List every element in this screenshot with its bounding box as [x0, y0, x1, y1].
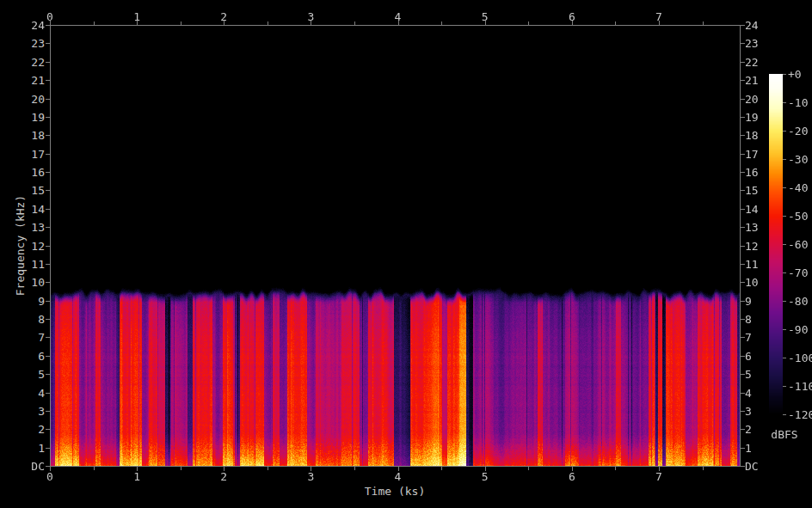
x-tick-label-bottom: 1: [120, 471, 154, 482]
x-minor-tick-top: [181, 21, 181, 25]
x-tick-label-top: 5: [468, 11, 502, 22]
colorbar-tick-label: -10: [788, 97, 812, 108]
x-tick-label-bottom: 5: [468, 471, 502, 482]
x-tick-label-bottom: 6: [555, 471, 589, 482]
colorbar-tick-label: -40: [788, 182, 812, 193]
y-tick-left: [46, 411, 50, 412]
y-tick-left: [46, 393, 50, 394]
y-tick-left: [46, 117, 50, 118]
y-tick-left: [46, 190, 50, 191]
colorbar-tick: [783, 131, 786, 132]
y-tick-left: [46, 282, 50, 283]
y-tick-left: [46, 466, 50, 467]
x-minor-tick-top: [615, 21, 616, 25]
y-tick-label-left: 23: [15, 38, 45, 49]
colorbar-tick-label: -100: [788, 352, 812, 364]
colorbar-gradient: [769, 74, 783, 415]
colorbar-tick: [783, 244, 786, 245]
x-minor-tick-bottom: [703, 467, 704, 470]
y-tick-left: [46, 246, 50, 247]
colorbar-tick: [783, 414, 786, 415]
y-tick-label-left: 20: [15, 94, 45, 105]
y-tick-label-left: 19: [15, 112, 45, 123]
y-tick-left: [46, 80, 50, 81]
x-minor-tick-top: [268, 21, 268, 25]
y-tick-left: [46, 264, 50, 265]
y-tick-left: [46, 374, 50, 375]
y-tick-label-left: 22: [15, 57, 45, 68]
colorbar-unit-label: dBFS: [759, 429, 810, 440]
colorbar-tick: [783, 386, 786, 387]
colorbar-tick: [783, 102, 786, 103]
x-minor-tick-bottom: [441, 467, 442, 470]
x-minor-tick-top: [441, 21, 442, 25]
colorbar-tick-label: -50: [788, 211, 812, 222]
colorbar-tick: [783, 301, 786, 302]
colorbar-tick-label: -110: [788, 381, 812, 392]
y-tick-left: [46, 172, 50, 173]
y-tick-left: [46, 43, 50, 44]
y-tick-left: [46, 301, 50, 302]
x-tick-label-top: 2: [206, 11, 241, 22]
y-tick-label-left: 2: [15, 424, 45, 435]
colorbar-tick: [783, 187, 786, 188]
y-tick-left: [46, 429, 50, 430]
y-tick-left: [46, 209, 50, 210]
y-tick-left: [46, 25, 50, 26]
y-tick-left: [46, 227, 50, 228]
x-tick-label-top: 6: [555, 11, 589, 22]
plot-border-top: [50, 25, 741, 26]
x-minor-tick-top: [528, 21, 529, 25]
y-tick-left: [46, 337, 50, 338]
y-tick-label-right: 24: [745, 20, 774, 31]
colorbar-tick: [783, 216, 786, 217]
x-minor-tick-top: [354, 21, 355, 25]
x-minor-tick-top: [94, 21, 95, 25]
colorbar-tick: [783, 272, 786, 273]
y-tick-label-right: 22: [745, 57, 774, 68]
y-tick-label-left: 3: [15, 406, 45, 417]
y-tick-left: [46, 319, 50, 320]
y-tick-left: [46, 448, 50, 449]
y-tick-label-left: DC: [15, 461, 45, 472]
colorbar-tick-label: -70: [788, 267, 812, 278]
colorbar-tick: [783, 159, 786, 160]
x-minor-tick-top: [703, 21, 704, 25]
y-tick-label-left: 4: [15, 388, 45, 399]
y-tick-label-left: 18: [15, 130, 45, 141]
x-minor-tick-bottom: [354, 467, 355, 470]
x-tick-label-top: 4: [381, 11, 415, 22]
y-tick-label-right: 23: [745, 38, 774, 49]
y-tick-label-right: DC: [745, 461, 774, 472]
colorbar-tick-label: -20: [788, 125, 812, 137]
x-minor-tick-bottom: [615, 467, 616, 470]
y-axis-title: Frequency (kHz): [15, 143, 26, 349]
x-tick-label-top: 3: [293, 11, 328, 22]
colorbar-tick-label: -60: [788, 239, 812, 250]
x-minor-tick-bottom: [94, 467, 95, 470]
y-tick-label-left: 6: [15, 351, 45, 362]
colorbar-tick: [783, 74, 786, 75]
x-tick-label-bottom: 4: [381, 471, 415, 482]
y-tick-label-left: 5: [15, 369, 45, 380]
colorbar-tick-label: -80: [788, 296, 812, 307]
spectrogram-view: 0011223344556677DCDC11223344556677889910…: [0, 0, 812, 508]
x-axis-title: Time (ks): [309, 486, 481, 497]
colorbar-tick: [783, 358, 786, 358]
x-minor-tick-bottom: [268, 467, 268, 470]
colorbar-tick-label: -120: [788, 409, 812, 420]
y-tick-label-right: 1: [745, 443, 774, 454]
x-tick-label-top: 7: [642, 11, 676, 22]
y-tick-label-left: 24: [15, 20, 45, 31]
y-tick-label-left: 1: [15, 443, 45, 454]
plot-border-left: [50, 25, 51, 467]
y-tick-left: [46, 356, 50, 357]
y-tick-left: [46, 154, 50, 155]
plot-border-bottom: [50, 466, 741, 467]
x-tick-label-bottom: 2: [206, 471, 241, 482]
y-tick-left: [46, 62, 50, 63]
spectrogram-heatmap: [50, 25, 740, 466]
colorbar-tick-label: -90: [788, 324, 812, 335]
colorbar-tick: [783, 329, 786, 330]
colorbar-tick-label: -30: [788, 154, 812, 165]
